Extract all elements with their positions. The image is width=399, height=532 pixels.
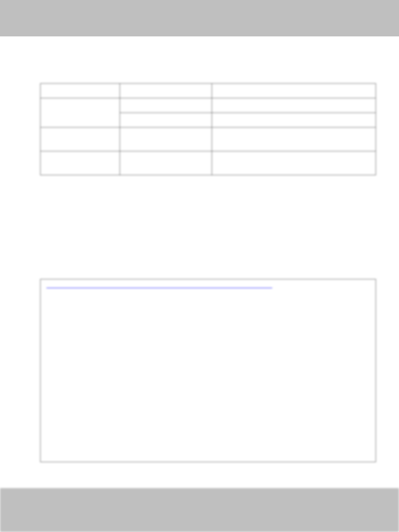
table-cell (120, 113, 212, 128)
table-cell (41, 151, 120, 175)
table-cell (212, 98, 376, 113)
table-cell (120, 98, 212, 113)
table-cell (120, 128, 212, 151)
page-footer (0, 488, 399, 532)
table-cell (212, 113, 376, 128)
table-cell (120, 151, 212, 175)
table-cell (41, 84, 120, 98)
table-cell (41, 128, 120, 151)
content-box (40, 279, 376, 462)
table-row (41, 128, 376, 151)
table-cell (120, 84, 212, 98)
spec-table (40, 83, 376, 175)
table-row (41, 84, 376, 98)
table-row (41, 151, 376, 175)
hyperlink[interactable] (46, 282, 272, 288)
table-cell (41, 98, 120, 128)
table-cell (212, 151, 376, 175)
table-cell (212, 128, 376, 151)
table-cell (212, 84, 376, 98)
page-header (0, 0, 399, 36)
table-row (41, 98, 376, 113)
